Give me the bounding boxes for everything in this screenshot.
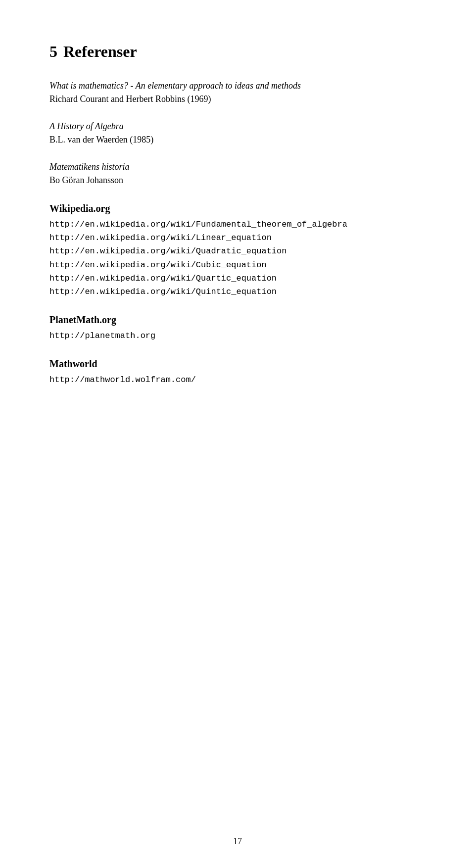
wikipedia-link-2[interactable]: http://en.wikipedia.org/wiki/Quadratic_e… <box>49 244 426 258</box>
reference-courant: What is mathematics? - An elementary app… <box>49 79 426 106</box>
planetmath-group-title: PlanetMath.org <box>49 312 426 327</box>
wikipedia-link-3[interactable]: http://en.wikipedia.org/wiki/Cubic_equat… <box>49 258 426 272</box>
ref-courant-title: What is mathematics? - An elementary app… <box>49 79 426 93</box>
mathworld-link[interactable]: http://mathworld.wolfram.com/ <box>49 373 426 386</box>
section-title: Referenser <box>63 40 137 63</box>
ref-johansson-title: Matematikens historia <box>49 160 426 174</box>
ref-waerden-title: A History of Algebra <box>49 120 426 133</box>
reference-johansson: Matematikens historia Bo Göran Johansson <box>49 160 426 187</box>
ref-waerden-author: B.L. van der Waerden (1985) <box>49 133 426 146</box>
wikipedia-link-1[interactable]: http://en.wikipedia.org/wiki/Linear_equa… <box>49 231 426 244</box>
mathworld-group-title: Mathworld <box>49 356 426 371</box>
wikipedia-link-0[interactable]: http://en.wikipedia.org/wiki/Fundamental… <box>49 218 426 231</box>
wikipedia-group-title: Wikipedia.org <box>49 201 426 216</box>
page-number: 17 <box>233 835 242 848</box>
reference-mathworld: Mathworld http://mathworld.wolfram.com/ <box>49 356 426 386</box>
planetmath-link[interactable]: http://planetmath.org <box>49 329 426 342</box>
page-container: 5 Referenser What is mathematics? - An e… <box>0 0 475 868</box>
reference-wikipedia: Wikipedia.org http://en.wikipedia.org/wi… <box>49 201 426 298</box>
section-number: 5 <box>49 40 57 63</box>
ref-courant-author: Richard Courant and Herbert Robbins (196… <box>49 93 426 106</box>
ref-johansson-author: Bo Göran Johansson <box>49 174 426 187</box>
wikipedia-link-5[interactable]: http://en.wikipedia.org/wiki/Quintic_equ… <box>49 285 426 298</box>
wikipedia-link-4[interactable]: http://en.wikipedia.org/wiki/Quartic_equ… <box>49 272 426 285</box>
reference-planetmath: PlanetMath.org http://planetmath.org <box>49 312 426 342</box>
section-heading: 5 Referenser <box>49 40 426 63</box>
reference-waerden: A History of Algebra B.L. van der Waerde… <box>49 120 426 146</box>
